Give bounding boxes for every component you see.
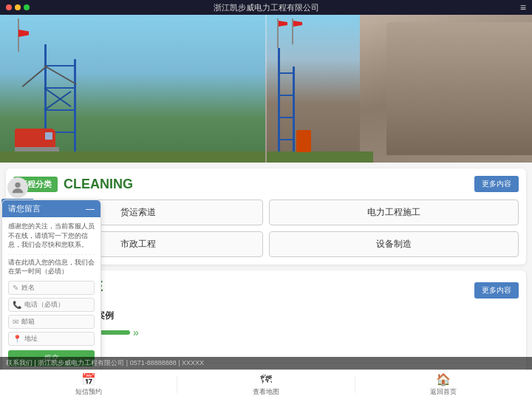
bottom-info-text: 联系我们 | 浙江凯步威电力工程有限公司 | 0571-88888888 | X… xyxy=(6,359,204,366)
nav-label-2: 返回首页 xyxy=(430,387,457,397)
r-crossbar-3 xyxy=(278,117,294,118)
crossbar-2 xyxy=(44,87,74,89)
case-title-0: 工程案例 xyxy=(78,310,519,322)
phone-input[interactable] xyxy=(24,301,90,308)
r-crossbar-4 xyxy=(278,139,294,140)
nav-icon-1: 🗺 xyxy=(260,373,272,386)
ground-right xyxy=(267,151,373,163)
feedback-title: 请您留言 xyxy=(8,203,41,214)
progress-arrow-0: » xyxy=(133,327,139,338)
phone-icon: 📞 xyxy=(13,301,21,309)
nav-label-0: 短信预约 xyxy=(75,387,102,397)
menu-icon[interactable]: ≡ xyxy=(520,1,526,13)
cable-2 xyxy=(44,65,77,85)
bottom-info-bar: 联系我们 | 浙江凯步威电力工程有限公司 | 0571-88888888 | X… xyxy=(0,357,532,369)
name-input[interactable] xyxy=(21,284,90,291)
email-input[interactable] xyxy=(21,318,90,325)
category-item-3[interactable]: 设备制造 xyxy=(269,231,519,257)
nav-icon-0: 📅 xyxy=(81,372,96,386)
ground-left xyxy=(0,151,265,163)
truck-group xyxy=(15,129,59,151)
field-email[interactable]: ✉ xyxy=(8,315,95,329)
hero-section xyxy=(0,15,532,163)
address-icon: 📍 xyxy=(13,335,21,343)
diag-1 xyxy=(44,87,71,107)
feedback-header: 请您留言 — xyxy=(2,200,100,217)
nav-icon-2: 🏠 xyxy=(436,372,451,386)
nav-item-1[interactable]: 🗺 查看地图 xyxy=(177,370,354,399)
app-title: 浙江凯步威电力工程有限公司 xyxy=(214,2,319,13)
progress-wrap-0: » xyxy=(78,327,519,338)
avatar xyxy=(7,177,28,198)
cases-more-btn[interactable]: 更多内容 xyxy=(474,282,519,299)
email-icon: ✉ xyxy=(13,318,18,326)
category-item-1[interactable]: 电力工程施工 xyxy=(269,200,519,225)
r-crossbar-2 xyxy=(278,95,294,96)
crossbar-3 xyxy=(44,109,74,111)
field-name[interactable]: ✎ xyxy=(8,281,95,295)
categories-header: 工程分类 CLEANING 更多内容 xyxy=(13,176,519,192)
cliff-face xyxy=(386,22,532,155)
field-address[interactable]: 📍 xyxy=(8,332,95,346)
tower-r-pole1 xyxy=(278,48,280,163)
case-info-0: 工程案例 » xyxy=(78,310,519,338)
hero-right xyxy=(265,15,532,163)
feedback-close[interactable]: — xyxy=(86,204,95,214)
name-icon: ✎ xyxy=(13,284,18,292)
diag-2 xyxy=(44,91,71,111)
categories-script: CLEANING xyxy=(64,177,133,192)
tower-pole-right xyxy=(74,59,76,163)
categories-more-btn[interactable]: 更多内容 xyxy=(474,176,519,192)
nav-item-2[interactable]: 🏠 返回首页 xyxy=(355,370,532,399)
close-dot[interactable] xyxy=(6,4,12,10)
feedback-intro: 感谢您的关注，当前客服人员不在线，请填写一下您的信息，我们会尽快和您联系。 xyxy=(8,222,95,250)
minimize-dot[interactable] xyxy=(15,4,21,10)
bottom-nav: 📅 短信预约 🗺 查看地图 🏠 返回首页 xyxy=(0,369,532,399)
avatar-icon xyxy=(10,180,26,196)
nav-label-1: 查看地图 xyxy=(253,387,279,397)
feedback-body: 感谢您的关注，当前客服人员不在线，请填写一下您的信息，我们会尽快和您联系。 请在… xyxy=(2,217,100,371)
crossbar-1 xyxy=(44,65,74,66)
hero-left xyxy=(0,15,265,163)
window-controls xyxy=(6,4,30,10)
tower-r-pole2 xyxy=(293,66,295,163)
flag-red xyxy=(18,30,29,37)
flag-pole-r2 xyxy=(292,18,293,44)
maximize-dot[interactable] xyxy=(24,4,30,10)
flag-pole-r1 xyxy=(277,18,279,48)
feedback-note: 请在此填入您的信息，我们会在第一时间（必填） xyxy=(8,254,95,276)
status-bar: 浙江凯步威电力工程有限公司 ≡ xyxy=(0,0,532,15)
flag-r1 xyxy=(279,21,287,27)
field-phone[interactable]: 📞 xyxy=(8,298,95,312)
feedback-popup: 请您留言 — 感谢您的关注，当前客服人员不在线，请填写一下您的信息，我们会尽快和… xyxy=(1,200,101,372)
nav-item-0[interactable]: 📅 短信预约 xyxy=(0,370,177,399)
svg-point-0 xyxy=(15,183,20,188)
equipment-r xyxy=(296,130,311,152)
r-crossbar-1 xyxy=(278,72,294,74)
address-input[interactable] xyxy=(24,335,90,342)
flag-r2 xyxy=(293,21,302,27)
